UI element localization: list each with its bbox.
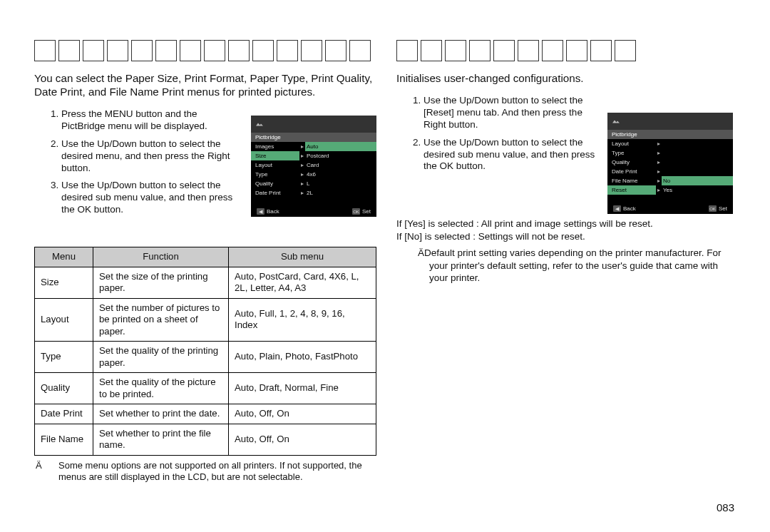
lcd-row: Type▸4x6 bbox=[251, 170, 376, 179]
lcd-row: Size▸Postcard bbox=[251, 151, 376, 160]
step-item: Press the MENU button and the PictBridge… bbox=[61, 108, 241, 133]
ok-icon: OK bbox=[709, 205, 717, 212]
lcd-row: Reset▸Yes bbox=[607, 185, 733, 195]
lcd-bottom-bar: ◀Back OKSet bbox=[251, 206, 376, 217]
chevron-right-icon: ▸ bbox=[656, 185, 662, 195]
cell-function: Set the quality of the printing paper. bbox=[93, 342, 229, 373]
cell-menu: Quality bbox=[35, 373, 93, 404]
lcd-thumb bbox=[251, 116, 376, 133]
th-menu: Menu bbox=[35, 247, 93, 267]
lcd-key: Size bbox=[251, 151, 299, 160]
cell-menu: Size bbox=[35, 267, 93, 298]
chevron-right-icon: ▸ bbox=[656, 148, 662, 158]
lcd-set: Set bbox=[719, 205, 727, 212]
lcd-value: Auto bbox=[305, 142, 376, 151]
lcd-key: Date Print bbox=[607, 167, 656, 176]
step-item: Use the Up/Down button to select the [Re… bbox=[423, 95, 603, 131]
left-title-placeholder bbox=[34, 40, 376, 61]
lcd-preview-right: Pictbridge Layout▸Type▸Quality▸Date Prin… bbox=[607, 113, 733, 214]
lcd-row: Quality▸ bbox=[607, 158, 733, 167]
left-intro: You can select the Paper Size, Print For… bbox=[34, 71, 376, 98]
lcd-key: Layout bbox=[251, 160, 299, 170]
page-number: 083 bbox=[717, 501, 734, 513]
lcd-row: File Name▸No bbox=[607, 176, 733, 185]
lcd-header: Pictbridge bbox=[251, 133, 376, 142]
right-title-placeholder bbox=[396, 40, 739, 61]
cell-menu: Type bbox=[35, 342, 93, 373]
lcd-key: Date Print bbox=[251, 188, 299, 198]
lcd-preview-left: Pictbridge Images▸AutoSize▸PostcardLayou… bbox=[251, 116, 376, 217]
lcd-key: Type bbox=[607, 148, 656, 158]
lcd-key: Quality bbox=[607, 158, 656, 167]
lcd-value: Postcard bbox=[305, 151, 376, 160]
cell-menu: Date Print bbox=[35, 404, 93, 424]
cell-submenu: Auto, Off, On bbox=[229, 404, 376, 424]
step-item: Use the Up/Down button to select the des… bbox=[423, 137, 603, 173]
footnote-text: Some menu options are not supported on a… bbox=[58, 460, 362, 483]
chevron-right-icon: ▸ bbox=[299, 142, 305, 151]
lcd-value bbox=[662, 148, 733, 158]
right-footnote: ÄDefault print setting varies depending … bbox=[396, 247, 739, 285]
lcd-value: L bbox=[305, 179, 376, 188]
cell-function: Set the size of the printing paper. bbox=[93, 267, 229, 298]
back-icon: ◀ bbox=[257, 208, 265, 215]
lcd-bottom-bar: ◀Back OKSet bbox=[607, 203, 733, 214]
cell-submenu: Auto, PostCard, Card, 4X6, L, 2L, Letter… bbox=[229, 267, 376, 298]
table-row: Type Set the quality of the printing pap… bbox=[35, 342, 376, 373]
cell-submenu: Auto, Plain, Photo, FastPhoto bbox=[229, 342, 376, 373]
chevron-right-icon: ▸ bbox=[299, 179, 305, 188]
cell-function: Set the quality of the picture to be pri… bbox=[93, 373, 229, 404]
table-row: Quality Set the quality of the picture t… bbox=[35, 373, 376, 404]
cell-submenu: Auto, Draft, Normal, Fine bbox=[229, 373, 376, 404]
footnote-mark: Ä bbox=[418, 247, 424, 258]
lcd-back: Back bbox=[267, 208, 279, 215]
table-row: Size Set the size of the printing paper.… bbox=[35, 267, 376, 298]
cell-function: Set whether to print the ﬁle name. bbox=[93, 424, 229, 455]
ok-icon: OK bbox=[352, 208, 360, 215]
right-column: Initialises user-changed conﬁgurations. … bbox=[396, 40, 739, 484]
lcd-key: Images bbox=[251, 142, 299, 151]
lcd-set: Set bbox=[362, 208, 371, 215]
left-column: You can select the Paper Size, Print For… bbox=[34, 40, 376, 484]
lcd-row: Images▸Auto bbox=[251, 142, 376, 151]
lcd-thumb bbox=[607, 113, 733, 130]
chevron-right-icon: ▸ bbox=[656, 158, 662, 167]
th-function: Function bbox=[93, 247, 229, 267]
lcd-header: Pictbridge bbox=[607, 130, 733, 139]
right-intro: Initialises user-changed conﬁgurations. bbox=[396, 71, 739, 85]
line-yes: If [Yes] is selected : All print and ima… bbox=[396, 218, 739, 230]
step-item: Use the Up/Down button to select the des… bbox=[61, 138, 241, 175]
lcd-row: Type▸ bbox=[607, 148, 733, 158]
lcd-row: Quality▸L bbox=[251, 179, 376, 188]
chevron-right-icon: ▸ bbox=[299, 151, 305, 160]
table-row: File Name Set whether to print the ﬁle n… bbox=[35, 424, 376, 455]
lcd-row: Layout▸ bbox=[607, 139, 733, 148]
th-submenu: Sub menu bbox=[229, 247, 376, 267]
lcd-value: 2L bbox=[305, 188, 376, 198]
lcd-key: Layout bbox=[607, 139, 656, 148]
chevron-right-icon: ▸ bbox=[656, 167, 662, 176]
lcd-row: Date Print▸ bbox=[607, 167, 733, 176]
cell-menu: File Name bbox=[35, 424, 93, 455]
lcd-value: 4x6 bbox=[305, 170, 376, 179]
lcd-key: Type bbox=[251, 170, 299, 179]
back-icon: ◀ bbox=[613, 205, 621, 212]
chevron-right-icon: ▸ bbox=[299, 188, 305, 198]
cell-menu: Layout bbox=[35, 298, 93, 342]
lcd-row: Date Print▸2L bbox=[251, 188, 376, 198]
chevron-right-icon: ▸ bbox=[656, 176, 662, 185]
chevron-right-icon: ▸ bbox=[656, 139, 662, 148]
lcd-value: No bbox=[662, 176, 733, 185]
lcd-key: File Name bbox=[607, 176, 656, 185]
lcd-value: Card bbox=[305, 160, 376, 170]
table-row: Layout Set the number of pictures to be … bbox=[35, 298, 376, 342]
lcd-back: Back bbox=[623, 205, 636, 212]
footnote-mark: Ä bbox=[47, 460, 58, 472]
lcd-value bbox=[662, 167, 733, 176]
cell-submenu: Auto, Off, On bbox=[229, 424, 376, 455]
lcd-value: Yes bbox=[662, 185, 733, 195]
footnote-text: Default print setting varies depending o… bbox=[424, 247, 721, 283]
cell-function: Set the number of pictures to be printed… bbox=[93, 298, 229, 342]
lcd-value bbox=[662, 158, 733, 167]
line-no: If [No] is selected : Settings will not … bbox=[396, 230, 739, 243]
